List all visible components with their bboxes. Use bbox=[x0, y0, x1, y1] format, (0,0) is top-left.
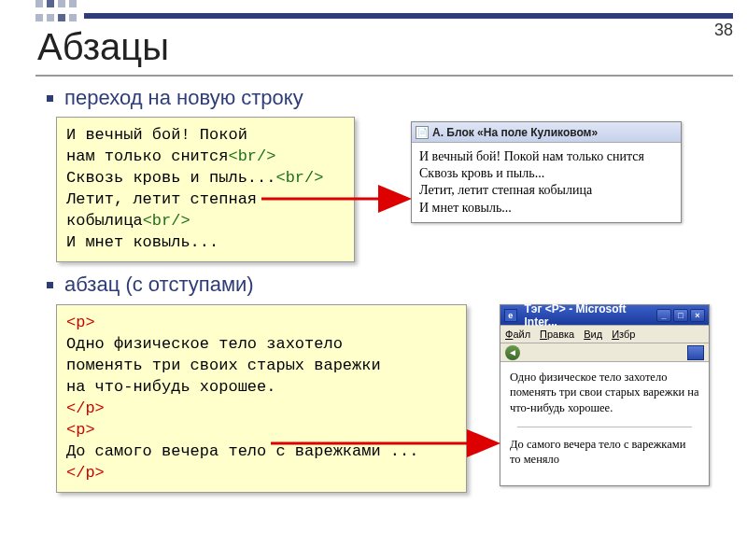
title-underline bbox=[35, 75, 733, 77]
poem-line: Летит, летит степная кобылица bbox=[419, 182, 673, 199]
bullet-dot-icon bbox=[47, 282, 53, 288]
bullet-2: абзац (с отступами) bbox=[47, 273, 254, 297]
browser-titlebar: 📄 А. Блок «На поле Куликовом» bbox=[412, 122, 681, 143]
ie-icon: e bbox=[504, 309, 517, 322]
paragraph: Одно физическое тело захотело поменять т… bbox=[510, 370, 699, 415]
browser-1-title: А. Блок «На поле Куликовом» bbox=[432, 126, 598, 139]
divider bbox=[517, 427, 692, 427]
maximize-icon[interactable]: □ bbox=[673, 309, 688, 322]
browser-menubar: Файл Правка Вид Избр bbox=[500, 326, 709, 343]
poem-line: Сквозь кровь и пыль... bbox=[419, 165, 673, 182]
code-block-1: И вечный бой! Покой нам только снится<br… bbox=[56, 117, 355, 262]
header-bar bbox=[84, 13, 733, 19]
bullet-1-text: переход на новую строку bbox=[64, 86, 303, 110]
browser-2-content: Одно физическое тело захотело поменять т… bbox=[500, 362, 709, 485]
bullet-dot-icon bbox=[47, 95, 53, 102]
browser-2-titlebar: e Тэг <P> - Microsoft Inter... _ □ × bbox=[500, 305, 709, 326]
minimize-icon[interactable]: _ bbox=[656, 309, 671, 322]
arrow-icon bbox=[271, 439, 504, 467]
browser-preview-2: e Тэг <P> - Microsoft Inter... _ □ × Фай… bbox=[500, 304, 710, 486]
menu-edit[interactable]: Правка bbox=[540, 329, 574, 340]
page-icon: 📄 bbox=[416, 126, 429, 139]
poem-line: И мнет ковыль... bbox=[419, 200, 673, 217]
close-icon[interactable]: × bbox=[690, 309, 705, 322]
menu-view[interactable]: Вид bbox=[584, 329, 602, 340]
slide-decoration bbox=[35, 0, 82, 28]
logo-icon bbox=[687, 345, 704, 360]
back-icon[interactable]: ◄ bbox=[505, 345, 520, 360]
page-number: 38 bbox=[714, 21, 733, 40]
toolbar: ◄ bbox=[500, 343, 709, 362]
bullet-2-text: абзац (с отступами) bbox=[64, 273, 254, 297]
bullet-1: переход на новую строку bbox=[47, 86, 303, 110]
window-buttons: _ □ × bbox=[656, 309, 705, 322]
arrow-icon bbox=[261, 194, 420, 222]
poem-line: И вечный бой! Покой нам только снится bbox=[419, 148, 673, 165]
menu-file[interactable]: Файл bbox=[505, 329, 530, 340]
menu-fav[interactable]: Избр bbox=[612, 329, 635, 340]
browser-1-content: И вечный бой! Покой нам только снится Ск… bbox=[412, 143, 681, 222]
paragraph: До самого вечера тело с варежками то мен… bbox=[510, 437, 699, 468]
browser-preview-1: 📄 А. Блок «На поле Куликовом» И вечный б… bbox=[411, 121, 682, 223]
slide-title: Абзацы bbox=[37, 26, 169, 68]
browser-2-title: Тэг <P> - Microsoft Inter... bbox=[525, 302, 657, 329]
